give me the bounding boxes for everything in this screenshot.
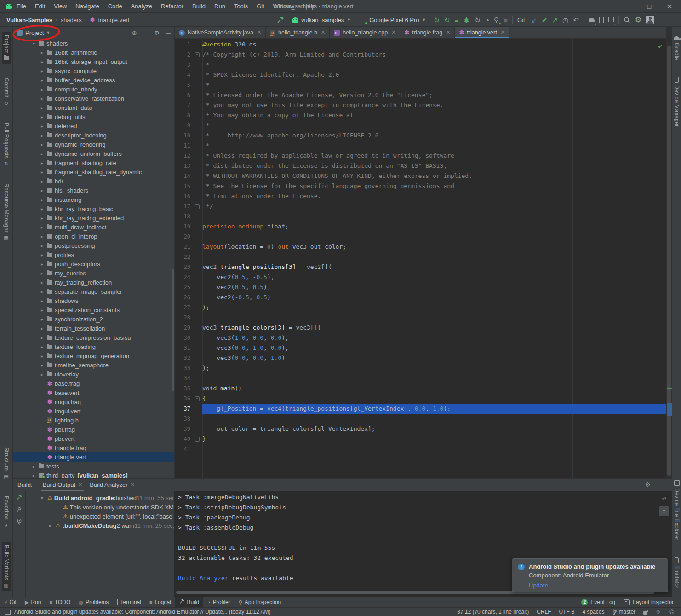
sad-face-icon[interactable]: ☹ — [669, 609, 675, 615]
rollback-icon[interactable]: ↶ — [573, 17, 579, 23]
code-line[interactable]: 36-{ — [175, 394, 666, 404]
tree-item-khr-ray-tracing-basic[interactable]: ▸khr_ray_tracing_basic — [13, 204, 174, 213]
event-log-button[interactable]: 2 Event Log — [581, 599, 615, 605]
chevron-right-icon[interactable]: ▸ — [39, 308, 46, 313]
tool-stripe-button-resource-manager[interactable]: Resource Manager▦ — [2, 181, 11, 244]
code-line[interactable]: 1#version 320 es — [175, 40, 666, 50]
code-line[interactable]: 33); — [175, 363, 666, 373]
tree-item-texture-compression-basisu[interactable]: ▸texture_compression_basisu — [13, 333, 174, 342]
menu-item-git[interactable]: Git — [257, 3, 264, 10]
tool-window-button-terminal[interactable]: Terminal — [113, 597, 145, 607]
code-line[interactable]: 19precision mediump float; — [175, 222, 666, 232]
tree-item-conservative-rasterization[interactable]: ▸conservative_rasterization — [13, 94, 174, 103]
editor-tab-triangle-frag[interactable]: ✽triangle.frag✕ — [400, 27, 455, 38]
tree-item-dynamic-rendering[interactable]: ▸dynamic_rendering — [13, 140, 174, 149]
tool-window-button-run[interactable]: ▶Run — [21, 597, 45, 607]
apply-code-changes-button[interactable]: ≡↓ — [455, 17, 459, 23]
chevron-right-icon[interactable]: ▸ — [39, 354, 46, 359]
tree-item-16bit-storage-input-output[interactable]: ▸16bit_storage_input_output — [13, 57, 174, 66]
fold-collapse-icon[interactable]: - — [195, 52, 200, 57]
tree-item-shaders[interactable]: ▾shaders — [13, 39, 174, 48]
chevron-right-icon[interactable]: ▸ — [39, 344, 46, 349]
code-line[interactable]: 30 vec3(1.0, 0.0, 0.0), — [175, 333, 666, 343]
code-line[interactable]: 10 * http://www.apache.org/licenses/LICE… — [175, 131, 666, 141]
tool-window-button-todo[interactable]: ≡TODO — [45, 597, 74, 607]
tree-item-timeline-semaphore[interactable]: ▸timeline_semaphore — [13, 360, 174, 370]
expand-settings-icon[interactable]: ⚙ — [154, 29, 160, 36]
chevron-right-icon[interactable]: ▸ — [39, 326, 46, 331]
build-analyzer-link[interactable]: Build Analyzer — [178, 575, 229, 582]
code-line[interactable]: 9 * — [175, 120, 666, 131]
tab-close-icon[interactable]: ✕ — [321, 29, 325, 35]
readonly-lock-icon[interactable] — [643, 611, 647, 615]
code-line[interactable]: 5 * — [175, 80, 666, 90]
chevron-right-icon[interactable]: ▸ — [39, 170, 46, 175]
tree-item-postprocessing[interactable]: ▸postprocessing — [13, 241, 174, 250]
maximize-button[interactable]: □ — [646, 3, 652, 10]
tree-item-separate-image-sampler[interactable]: ▸separate_image_sampler — [13, 287, 174, 296]
chevron-right-icon[interactable]: ▸ — [39, 252, 46, 257]
tree-item-push-descriptors[interactable]: ▸push_descriptors — [13, 259, 174, 268]
code-line[interactable]: 4 * SPDX-License-Identifier: Apache-2.0 — [175, 70, 666, 80]
code-line[interactable]: 6 * Licensed under the Apache License, V… — [175, 90, 666, 100]
code-line[interactable]: 23vec2 triangle_positions[3] = vec2[]( — [175, 262, 666, 272]
tree-item-fragment-shading-rate[interactable]: ▸fragment_shading_rate — [13, 158, 174, 167]
chevron-right-icon[interactable]: ▸ — [39, 105, 46, 110]
debug-bug-icon[interactable] — [463, 17, 470, 23]
tree-item-pbr-vert[interactable]: ✽pbr.vert — [13, 434, 174, 443]
filter-eye-icon[interactable] — [16, 518, 23, 525]
tool-window-button-git[interactable]: ⑂Git — [0, 597, 21, 607]
code-line[interactable]: 12 * Unless required by applicable law o… — [175, 151, 666, 161]
tree-item-deferred[interactable]: ▸deferred — [13, 121, 174, 131]
close-button[interactable]: ✕ — [666, 3, 673, 10]
tree-item-texture-mipmap-generation[interactable]: ▸texture_mipmap_generation — [13, 351, 174, 360]
chevron-right-icon[interactable]: ▸ — [39, 197, 46, 202]
chevron-right-icon[interactable]: ▸ — [39, 78, 46, 83]
code-line[interactable]: 35void main() — [175, 383, 666, 394]
notification-popup[interactable]: i Android Studio and plugin updates avai… — [512, 558, 668, 592]
settings-gear-icon[interactable]: ⚙ — [635, 16, 641, 23]
git-push-icon[interactable]: ↗ — [552, 17, 558, 23]
tool-window-button-build[interactable]: Build — [175, 597, 203, 607]
happy-face-icon[interactable]: ☺ — [655, 609, 661, 615]
apply-changes-button[interactable]: ↻ — [444, 17, 450, 23]
project-view-selector[interactable]: Project — [25, 29, 44, 36]
chevron-right-icon[interactable]: ▸ — [39, 335, 46, 340]
build-tree-row[interactable]: ⚠This version only understands SDK XML v… — [26, 502, 174, 512]
tool-stripe-button-pull-requests[interactable]: Pull Requests⇅ — [2, 120, 11, 170]
breadcrumb-shaders[interactable]: shaders — [61, 17, 82, 23]
run-configuration-select[interactable]: vulkan_samples ▼ — [289, 15, 354, 24]
code-line[interactable]: 24 vec2(0.5, -0.5), — [175, 272, 666, 282]
tree-item-async-compute[interactable]: ▸async_compute — [13, 66, 174, 75]
tab-close-icon[interactable]: ✕ — [78, 482, 82, 488]
code-line[interactable]: 22 — [175, 252, 666, 262]
menu-item-view[interactable]: View — [54, 3, 67, 10]
device-manager-icon[interactable] — [599, 17, 604, 23]
chevron-right-icon[interactable]: ▸ — [47, 523, 54, 528]
build-settings-gear-icon[interactable]: ⚙ — [645, 481, 651, 488]
minimize-button[interactable]: – — [626, 3, 632, 10]
tool-stripe-button-device-manager[interactable]: Device Manager — [673, 74, 681, 130]
chevron-right-icon[interactable]: ▸ — [39, 271, 46, 276]
code-line[interactable]: 39 out_color = triangle_colors[gl_Vertex… — [175, 424, 666, 434]
file-encoding[interactable]: UTF-8 — [559, 609, 575, 615]
chevron-right-icon[interactable]: ▸ — [39, 262, 46, 267]
code-line[interactable]: 18 — [175, 211, 666, 222]
editor-tab-triangle-vert[interactable]: ✽triangle.vert✕ — [455, 27, 509, 38]
tree-item-shadows[interactable]: ▸shadows — [13, 296, 174, 305]
tree-item-triangle-vert[interactable]: ✽triangle.vert — [13, 452, 174, 462]
chevron-right-icon[interactable]: ▸ — [39, 151, 46, 156]
chevron-down-icon[interactable]: ▾ — [39, 496, 46, 501]
code-line[interactable]: 25 vec2(0.5, 0.5), — [175, 282, 666, 292]
code-line[interactable]: 11 * — [175, 141, 666, 151]
chevron-right-icon[interactable]: ▸ — [30, 464, 37, 469]
chevron-right-icon[interactable]: ▸ — [39, 114, 46, 120]
chevron-right-icon[interactable]: ▸ — [39, 372, 46, 377]
menu-item-refactor[interactable]: Refactor — [161, 3, 183, 10]
tree-item-hlsl-shaders[interactable]: ▸hlsl_shaders — [13, 186, 174, 195]
tree-item-16bit-arithmetic[interactable]: ▸16bit_arithmetic — [13, 48, 174, 57]
update-link[interactable]: Update... — [529, 582, 553, 589]
tree-item-terrain-tessellation[interactable]: ▸terrain_tessellation — [13, 324, 174, 333]
chevron-right-icon[interactable]: ▸ — [39, 289, 46, 294]
chevron-right-icon[interactable]: ▸ — [39, 234, 46, 239]
